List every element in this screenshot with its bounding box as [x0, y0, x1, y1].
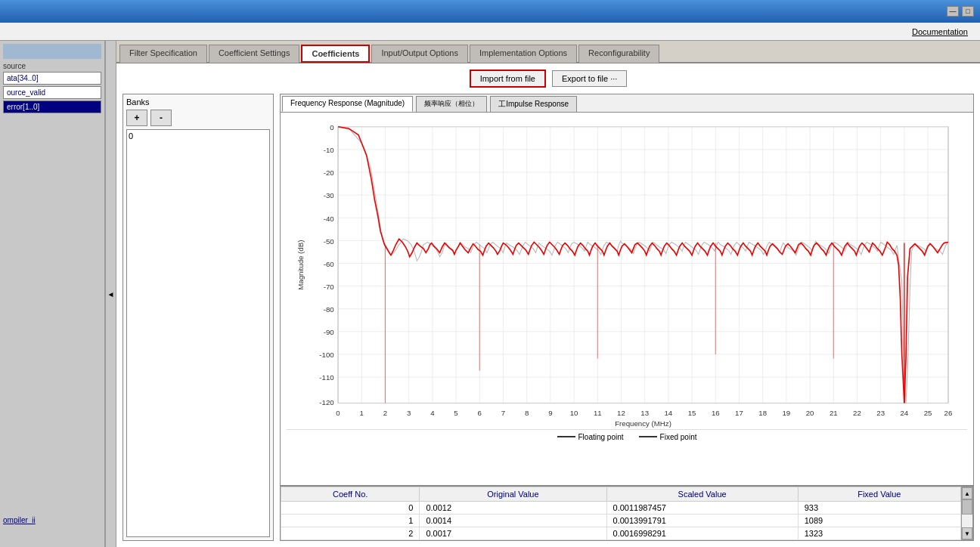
- collapse-panel-button[interactable]: ◄: [106, 41, 116, 547]
- tab-io-options[interactable]: Input/Output Options: [371, 45, 468, 63]
- bank-item-0[interactable]: 0: [129, 131, 268, 141]
- svg-text:-70: -70: [324, 283, 334, 291]
- table-scrollbar[interactable]: ▲ ▼: [961, 487, 973, 540]
- chart-tab-impulse[interactable]: 工Impulse Response: [490, 96, 577, 112]
- source-valid-item[interactable]: ource_valid: [3, 86, 101, 99]
- svg-text:-50: -50: [324, 237, 334, 246]
- fixed-0: 933: [798, 502, 960, 515]
- table-row: 1 0.0014 0.0013991791 1089: [281, 515, 961, 527]
- svg-text:7: 7: [501, 409, 505, 417]
- documentation-menu[interactable]: Documentation: [906, 26, 974, 38]
- title-bar: — □: [0, 0, 980, 23]
- svg-text:1: 1: [360, 409, 364, 417]
- coeff-no-2: 2: [281, 527, 420, 540]
- fixed-point-legend-line: [639, 436, 657, 437]
- original-0: 0.0012: [420, 502, 606, 515]
- fixed-1: 1089: [798, 515, 960, 527]
- export-to-file-button[interactable]: Export to file ···: [552, 70, 627, 87]
- svg-text:-10: -10: [324, 146, 334, 154]
- coeff-no-0: 0: [281, 502, 420, 515]
- chart-panel: Frequency Response (Magnitude) 频率响应（相位） …: [280, 94, 974, 541]
- svg-text:14: 14: [664, 409, 672, 417]
- fixed-point-legend: Fixed point: [639, 433, 697, 441]
- banks-panel: Banks + - 0: [122, 94, 274, 541]
- restore-button[interactable]: □: [962, 6, 974, 17]
- svg-text:-30: -30: [324, 191, 334, 199]
- svg-text:18: 18: [758, 409, 767, 417]
- svg-text:10: 10: [570, 409, 578, 417]
- floating-point-label: Floating point: [578, 433, 624, 441]
- svg-text:-100: -100: [319, 351, 333, 359]
- svg-text:24: 24: [901, 409, 909, 417]
- scaled-0: 0.0011987457: [606, 502, 798, 515]
- compiler-link[interactable]: ompiler_ii: [3, 516, 36, 524]
- scroll-up-button[interactable]: ▲: [962, 487, 972, 499]
- banks-buttons: + -: [126, 110, 270, 126]
- source-label: source: [3, 62, 101, 70]
- svg-text:9: 9: [548, 409, 552, 417]
- svg-text:8: 8: [525, 409, 529, 417]
- scroll-thumb[interactable]: [962, 499, 972, 515]
- svg-rect-0: [338, 127, 948, 403]
- svg-text:4: 4: [430, 409, 435, 417]
- svg-text:17: 17: [735, 409, 743, 417]
- svg-text:25: 25: [924, 409, 932, 417]
- left-panel: source ata[34..0] ource_valid error[1..0…: [0, 41, 106, 547]
- svg-text:Magnitude (dB): Magnitude (dB): [296, 240, 305, 290]
- tab-impl-options[interactable]: Implementation Options: [470, 45, 577, 63]
- svg-text:12: 12: [617, 409, 625, 417]
- svg-text:-20: -20: [324, 168, 334, 177]
- scaled-2: 0.0016998291: [606, 527, 798, 540]
- svg-text:20: 20: [806, 409, 814, 417]
- scaled-1: 0.0013991791: [606, 515, 798, 527]
- table-row: 2 0.0017 0.0016998291 1323: [281, 527, 961, 540]
- error-item[interactable]: error[1..0]: [3, 100, 101, 113]
- main-layout: source ata[34..0] ource_valid error[1..0…: [0, 41, 980, 547]
- tab-bar: Filter Specification Coefficient Setting…: [116, 41, 980, 63]
- svg-text:3: 3: [407, 409, 411, 417]
- scroll-down-button[interactable]: ▼: [962, 527, 972, 539]
- add-bank-button[interactable]: +: [126, 110, 147, 126]
- svg-text:-90: -90: [324, 328, 334, 336]
- svg-text:-60: -60: [324, 260, 334, 268]
- toolbar-row: Import from file Export to file ···: [122, 70, 974, 88]
- bank-list: 0: [126, 129, 270, 537]
- table-row: 0 0.0012 0.0011987457 933: [281, 502, 961, 515]
- svg-text:21: 21: [830, 409, 838, 417]
- fixed-value-header: Fixed Value: [798, 487, 960, 502]
- svg-text:6: 6: [478, 409, 482, 417]
- svg-text:-110: -110: [319, 373, 333, 382]
- svg-text:13: 13: [640, 409, 649, 417]
- chart-tab-magnitude[interactable]: Frequency Response (Magnitude): [282, 96, 413, 112]
- coefficients-table: Coeff No. Original Value Scaled Value Fi…: [281, 487, 961, 540]
- chart-tabs: Frequency Response (Magnitude) 频率响应（相位） …: [281, 94, 973, 113]
- tab-coefficients[interactable]: Coefficients: [301, 45, 370, 63]
- import-from-file-button[interactable]: Import from file: [470, 70, 546, 88]
- minimize-button[interactable]: —: [947, 6, 959, 17]
- floating-point-legend-line: [557, 436, 575, 437]
- content-area: Filter Specification Coefficient Setting…: [116, 41, 980, 547]
- svg-text:-40: -40: [324, 215, 334, 223]
- original-1: 0.0014: [420, 515, 606, 527]
- tab-coefficient-settings[interactable]: Coefficient Settings: [209, 45, 300, 63]
- svg-text:22: 22: [853, 409, 861, 417]
- chart-tab-phase[interactable]: 频率响应（相位）: [416, 96, 487, 112]
- chart-area: 0 -10 -20 -30 -40 -50 -60 -70 -80 -90 -1…: [281, 113, 973, 485]
- banks-title: Banks: [126, 97, 270, 107]
- svg-text:26: 26: [944, 409, 953, 417]
- remove-bank-button[interactable]: -: [150, 110, 172, 126]
- svg-text:16: 16: [712, 409, 720, 417]
- coeff-no-1: 1: [281, 515, 420, 527]
- tab-reconfigurability[interactable]: Reconfigurability: [578, 45, 659, 63]
- floating-point-legend: Floating point: [557, 433, 624, 441]
- original-2: 0.0017: [420, 527, 606, 540]
- original-value-header: Original Value: [420, 487, 606, 502]
- data-item[interactable]: ata[34..0]: [3, 72, 101, 85]
- coeff-no-header: Coeff No.: [281, 487, 420, 502]
- chart-legend: Floating point Fixed point: [287, 429, 967, 444]
- fixed-point-label: Fixed point: [660, 433, 697, 441]
- tab-filter-specification[interactable]: Filter Specification: [119, 45, 207, 63]
- svg-text:5: 5: [454, 409, 457, 417]
- main-content: Banks + - 0 Frequency Response (Magnitud…: [122, 94, 974, 541]
- svg-text:-120: -120: [319, 398, 333, 406]
